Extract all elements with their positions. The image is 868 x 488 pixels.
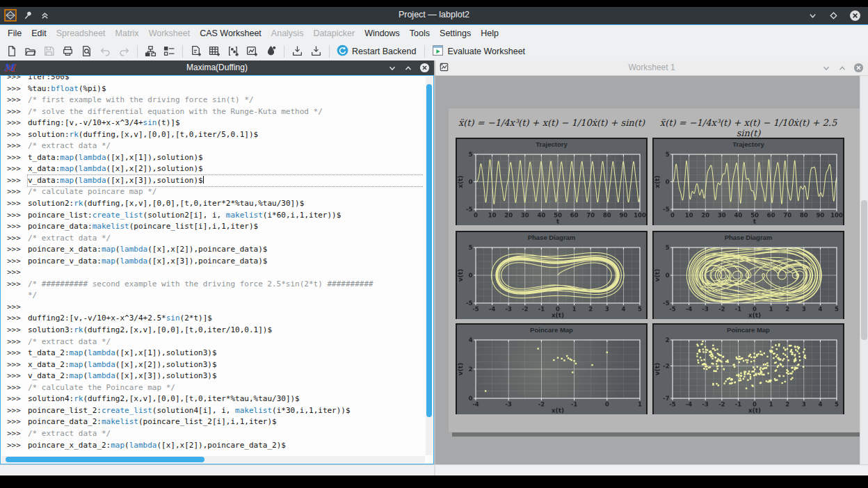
maximize-diamond-icon[interactable] bbox=[828, 10, 839, 21]
evaluate-worksheet-button[interactable]: Evaluate Worksheet bbox=[429, 43, 529, 60]
new-file-icon[interactable] bbox=[3, 43, 20, 60]
console-code: /* calculate poincare map */ bbox=[28, 186, 424, 198]
plot-phase-diagram-1[interactable]: Phase Diagram bbox=[456, 231, 648, 319]
print-preview-icon[interactable] bbox=[78, 43, 95, 60]
console-vertical-scrollbar[interactable] bbox=[426, 76, 433, 455]
console-code bbox=[28, 267, 424, 279]
worksheet-vertical-scrollbar[interactable] bbox=[860, 76, 868, 464]
console-line[interactable]: >>>poincare_v_data:map(lambda([x],x[3]),… bbox=[2, 256, 424, 268]
console-line[interactable]: */ bbox=[2, 290, 424, 302]
menu-spreadsheet: Spreadsheet bbox=[51, 26, 111, 41]
console-line[interactable]: >>> bbox=[2, 267, 424, 279]
console-panel-titlebar[interactable]: M Maxima(Duffing) bbox=[0, 60, 434, 75]
console-line[interactable]: >>>/* calculate poincare map */ bbox=[2, 186, 424, 198]
console-line[interactable]: >>>x_data:map(lambda([x],x[2]),solution)… bbox=[2, 163, 424, 175]
equation-label-2[interactable]: ẍ(t) = −1/4x³(t) + x(t) − 1/10ẋ(t) + 2.5… bbox=[652, 117, 844, 138]
menu-matrix: Matrix bbox=[111, 26, 144, 41]
menu-windows[interactable]: Windows bbox=[360, 26, 405, 41]
new-spreadsheet-icon[interactable] bbox=[206, 43, 223, 60]
menu-help[interactable]: Help bbox=[476, 26, 504, 41]
window-titlebar[interactable]: Project — labplot2 bbox=[0, 7, 868, 25]
scrollbar-thumb[interactable] bbox=[861, 200, 867, 340]
console-line[interactable]: >>>solution3:rk(duffing2,[x,v],[0,0],[t,… bbox=[2, 325, 424, 336]
console-line[interactable]: >>>/* solve the differential equation wi… bbox=[2, 106, 424, 118]
console-code: poincare_x_data:map(lambda([x],x[2]),poi… bbox=[28, 244, 424, 256]
console-code: /* extract data */ bbox=[28, 428, 424, 440]
new-datapicker-icon[interactable] bbox=[262, 43, 280, 60]
console-line[interactable]: >>>iter:500$ bbox=[2, 75, 424, 83]
console-line[interactable]: >>>solution:rk(duffing,[x,v],[0,0],[t,0,… bbox=[2, 129, 424, 141]
open-folder-icon[interactable] bbox=[22, 43, 39, 60]
console-line[interactable]: >>>solution4:rk(duffing2,[x,v],[0,0],[t,… bbox=[2, 393, 424, 405]
chevron-down-icon[interactable] bbox=[821, 63, 831, 76]
console-line[interactable]: >>>v_data:map(lambda([x],x[3]),solution)… bbox=[2, 175, 424, 187]
chevron-up-icon[interactable] bbox=[837, 63, 847, 76]
console-line[interactable]: >>>/* extract data */ bbox=[2, 428, 424, 440]
console-line[interactable]: >>>/* ########## second example with the… bbox=[2, 279, 424, 291]
menu-tools[interactable]: Tools bbox=[405, 26, 435, 41]
equation-label-1[interactable]: ẍ(t) = −1/4x³(t) + x(t) − 1/10ẋ(t) + sin… bbox=[456, 117, 648, 128]
chevron-down-icon[interactable] bbox=[387, 63, 397, 76]
console-line[interactable]: >>>%tau:bfloat(%pi)$ bbox=[2, 83, 424, 95]
new-matrix-icon[interactable] bbox=[225, 43, 242, 60]
scrollbar-thumb[interactable] bbox=[426, 84, 432, 418]
restart-backend-button[interactable]: Restart Backend bbox=[334, 43, 420, 60]
close-icon[interactable] bbox=[853, 63, 864, 76]
close-icon[interactable] bbox=[419, 63, 430, 76]
save-icon bbox=[40, 43, 58, 60]
menu-settings[interactable]: Settings bbox=[435, 26, 476, 41]
console-line[interactable]: >>>/* extract data */ bbox=[2, 233, 424, 245]
console-line[interactable]: >>>poincare_x_data_2:map(lambda([x],x[2]… bbox=[2, 440, 424, 452]
console-line[interactable]: >>> bbox=[2, 302, 424, 314]
plot-trajectory-1[interactable]: Trajectory bbox=[456, 138, 648, 225]
console-line[interactable]: >>>x_data_2:map(lambda([x],x[2]),solutio… bbox=[2, 359, 424, 371]
console-line[interactable]: >>>duffing2:[v,-v/10+x-x^3/4+2.5*sin(2*t… bbox=[2, 313, 424, 325]
worksheet-view[interactable]: ẍ(t) = −1/4x³(t) + x(t) − 1/10ẋ(t) + sin… bbox=[435, 76, 868, 464]
console-line[interactable]: >>>/* first example with the driving for… bbox=[2, 95, 424, 106]
console-line[interactable]: >>>poincare_data_2:makelist(poincare_lis… bbox=[2, 416, 424, 428]
console-line[interactable]: >>>solution2:rk(duffing,[x,v],[0,0],[t,0… bbox=[2, 198, 424, 210]
console-prompt: >>> bbox=[2, 186, 28, 198]
console-line[interactable]: >>>/* extract data */ bbox=[2, 140, 424, 152]
plot-title: Trajectory bbox=[654, 139, 843, 151]
chevron-down-icon[interactable] bbox=[807, 10, 818, 21]
properties-explorer-icon[interactable] bbox=[161, 43, 178, 60]
menu-edit[interactable]: Edit bbox=[26, 26, 51, 41]
import-icon[interactable] bbox=[289, 43, 306, 60]
scrollbar-thumb[interactable] bbox=[6, 457, 204, 462]
console-prompt: >>> bbox=[2, 440, 28, 452]
chevron-up-icon[interactable] bbox=[403, 63, 413, 76]
menu-cas-worksheet[interactable]: CAS Worksheet bbox=[195, 26, 266, 41]
console-line[interactable]: >>>t_data:map(lambda([x],x[1]),solution)… bbox=[2, 152, 424, 164]
restart-backend-label: Restart Backend bbox=[352, 47, 416, 56]
menu-file[interactable]: File bbox=[3, 26, 26, 41]
console-line[interactable]: >>>v_data_2:map(lambda([x],x[3]),solutio… bbox=[2, 371, 424, 382]
plot-poincare-map-1[interactable]: Poincare Map bbox=[456, 323, 648, 414]
console-line[interactable]: >>>duffing:[v,-v/10+x-x^3/4+sin(t)]$ bbox=[2, 117, 424, 129]
close-icon[interactable] bbox=[849, 10, 861, 22]
console-line[interactable]: >>>/* calculate the Poincare map */ bbox=[2, 382, 424, 394]
console-line[interactable]: >>>t_data_2:map(lambda([x],x[1]),solutio… bbox=[2, 348, 424, 359]
new-worksheet-icon[interactable] bbox=[243, 43, 261, 60]
plot-trajectory-2[interactable]: Trajectory bbox=[652, 138, 844, 225]
console-prompt: >>> bbox=[2, 405, 28, 417]
plot-poincare-map-2[interactable]: Poincare Map bbox=[652, 323, 844, 414]
plot-canvas bbox=[654, 336, 843, 414]
plot-phase-diagram-2[interactable]: Phase Diagram bbox=[652, 231, 844, 319]
console-line[interactable]: >>>poincare_data:makelist(poincare_list[… bbox=[2, 221, 424, 233]
console-prompt: >>> bbox=[2, 325, 28, 336]
worksheet-panel-titlebar[interactable]: Worksheet 1 bbox=[435, 60, 868, 76]
console-horizontal-scrollbar[interactable] bbox=[1, 456, 425, 463]
console-line[interactable]: >>>poincare_list_2:create_list(solution4… bbox=[2, 405, 424, 417]
project-explorer-icon[interactable] bbox=[142, 43, 159, 60]
console-code: */ bbox=[28, 290, 424, 302]
console-line[interactable]: >>>/* extract data */ bbox=[2, 336, 424, 348]
console-code: v_data:map(lambda([x],x[3]),solution)$ bbox=[28, 175, 424, 187]
console-line[interactable]: >>>poincare_x_data:map(lambda([x],x[2]),… bbox=[2, 244, 424, 256]
console-line[interactable]: >>>poincare_list:create_list(solution2[i… bbox=[2, 210, 424, 222]
console-code: %tau:bfloat(%pi)$ bbox=[28, 83, 424, 95]
maxima-console[interactable]: >>>iter:500$>>>%tau:bfloat(%pi)$>>>/* fi… bbox=[0, 75, 434, 464]
new-cas-worksheet-icon[interactable] bbox=[187, 43, 204, 60]
print-icon[interactable] bbox=[59, 43, 77, 60]
export-icon[interactable] bbox=[307, 43, 325, 60]
